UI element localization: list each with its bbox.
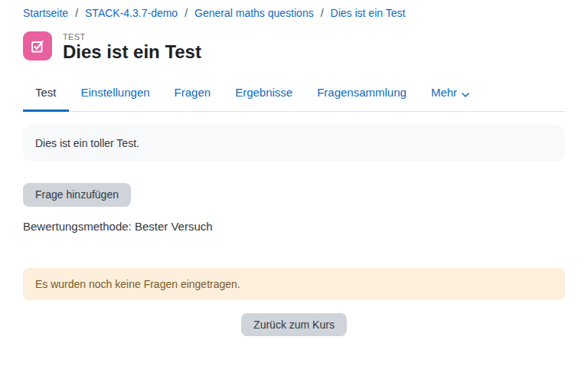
page-title: Dies ist ein Test (63, 42, 201, 62)
back-to-course-row: Zurück zum Kurs (23, 313, 565, 337)
grading-method-text: Bewertungsmethode: Bester Versuch (23, 220, 565, 233)
add-question-button[interactable]: Frage hinzufügen (23, 183, 131, 207)
breadcrumb-separator: / (321, 7, 324, 21)
breadcrumb: Startseite / STACK-4.3.7-demo / General … (23, 7, 565, 21)
tab-mehr-label: Mehr (431, 86, 457, 99)
activity-header: TEST Dies ist ein Test (23, 31, 565, 62)
tab-fragen[interactable]: Fragen (162, 80, 224, 112)
breadcrumb-separator: / (185, 7, 188, 21)
quiz-description-box: Dies ist ein toller Test. (23, 125, 565, 162)
tabs-nav: Test Einstellungen Fragen Ergebnisse Fra… (23, 80, 565, 112)
quiz-check-square-icon (23, 31, 52, 60)
breadcrumb-separator: / (75, 7, 78, 21)
no-questions-warning: Es wurden noch keine Fragen eingetragen. (23, 268, 565, 300)
tab-fragensammlung[interactable]: Fragensammlung (305, 80, 419, 112)
tab-test[interactable]: Test (23, 80, 69, 112)
page: Startseite / STACK-4.3.7-demo / General … (0, 0, 588, 336)
tab-ergebnisse[interactable]: Ergebnisse (223, 80, 305, 112)
breadcrumb-link-home[interactable]: Startseite (23, 7, 68, 21)
add-question-row: Frage hinzufügen (23, 183, 565, 207)
activity-type-label: TEST (63, 32, 201, 41)
tab-mehr[interactable]: Mehr (419, 80, 482, 112)
chevron-down-icon (462, 87, 469, 100)
quiz-description-text: Dies ist ein toller Test. (35, 137, 553, 149)
breadcrumb-link-quiz[interactable]: Dies ist ein Test (331, 7, 406, 21)
tab-einstellungen[interactable]: Einstellungen (69, 80, 162, 112)
breadcrumb-link-section[interactable]: General maths questions (194, 7, 314, 21)
header-text: TEST Dies ist ein Test (63, 31, 201, 62)
breadcrumb-link-course[interactable]: STACK-4.3.7-demo (85, 7, 178, 21)
no-questions-warning-text: Es wurden noch keine Fragen eingetragen. (35, 278, 240, 290)
back-to-course-button[interactable]: Zurück zum Kurs (241, 313, 347, 337)
